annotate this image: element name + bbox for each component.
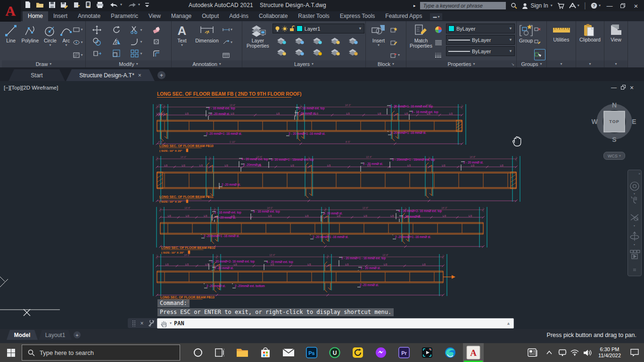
ribbon-tab-add-ins[interactable]: Add-ins [224,11,254,21]
taskbar-icon-photoshop[interactable]: Ps [301,343,322,362]
ribbon-tab-home[interactable]: Home [23,11,48,21]
explode-tool-button[interactable] [146,36,166,48]
file-tab-document[interactable]: Structure Design-A.T* × [66,69,155,81]
minimize-button[interactable]: — [605,2,614,9]
new-layout-button[interactable]: + [74,331,81,338]
taskbar-icon-messenger[interactable] [371,343,391,362]
layer-properties-button[interactable]: Layer Properties [243,23,272,49]
chevron-down-icon[interactable]: ▾ [378,43,380,47]
view-button[interactable]: View [609,23,624,42]
wifi-icon[interactable] [569,343,581,362]
help-icon[interactable]: ? ▾ [591,2,601,9]
drawing-close-button[interactable]: × [630,84,634,91]
navigation-bar[interactable]: × ▾▾▾ [627,170,642,276]
match-properties-button[interactable]: Match Properties [407,23,435,49]
wrench-icon[interactable] [148,320,155,327]
taskbar-icon-edge[interactable] [440,343,461,362]
cart-icon[interactable] [557,3,564,9]
close-tab-icon[interactable]: × [138,72,141,79]
text-tool-button[interactable]: A Text ▾ [173,23,191,47]
group-selection-button[interactable] [534,49,545,60]
erase-tool-button[interactable] [146,24,166,36]
layer-match-button[interactable] [344,46,362,58]
cortana-button[interactable] [188,343,208,362]
modify-panel-label[interactable]: Modify▾ [86,60,171,67]
utilities-panel-label[interactable]: ▾ [547,60,576,67]
view-panel-label[interactable]: ▾ [604,60,627,67]
circle-tool-button[interactable]: Circle ▾ [41,23,59,47]
linear-dimension-button[interactable]: ▾ [223,25,237,35]
drawing-canvas[interactable]: LONG SEC. OF FLOOR BEAM FB ( 2ND TO 9TH … [0,81,644,329]
layer-select[interactable]: Layer1 ▼ [272,24,364,33]
open-file-button[interactable] [36,1,44,8]
new-tab-button[interactable]: + [157,71,165,79]
taskbar-icon-mail[interactable] [278,343,299,362]
edit-block-button[interactable] [390,37,405,48]
taskbar-icon-driver-booster[interactable] [347,343,368,362]
layer-on-button[interactable] [272,46,290,58]
groups-panel-label[interactable]: Groups▾ [517,60,546,67]
table-button[interactable] [223,50,237,60]
autodesk-app-icon[interactable]: ▾ [569,3,579,8]
chevron-down-icon[interactable]: ▾ [170,321,172,325]
dimension-tool-button[interactable]: Dimension [191,23,223,43]
autocad-logo[interactable]: A [0,0,21,22]
ribbon-tab-view[interactable]: View [143,11,166,21]
drag-handle[interactable] [132,320,136,327]
close-command-icon[interactable]: × [140,320,143,327]
layer-walk-button[interactable] [344,35,362,46]
clipboard-panel-label[interactable]: ▾ [576,60,604,67]
taskbar-icon-microsoft-store[interactable] [255,343,276,362]
offset-tool-button[interactable] [146,48,166,59]
trim-tool-button[interactable]: ▾ [126,24,146,36]
mirror-tool-button[interactable] [107,36,126,48]
lineweight-button[interactable] [435,50,446,60]
chevron-down-icon[interactable]: ▾ [138,3,140,7]
polyline-tool-button[interactable]: Polyline [19,23,41,43]
command-expand-icon[interactable]: ▲ [506,321,511,326]
layers-panel-label[interactable]: Layers▾ [242,60,365,67]
taskbar-icon-premiere-pro[interactable]: Pr [394,343,414,362]
undo-button[interactable]: ▾ [109,2,122,8]
block-panel-label[interactable]: Block▾ [366,60,406,67]
taskbar-search-input[interactable]: Type here to search [22,345,180,361]
layer-freeze-button[interactable] [308,35,326,46]
layout1-tab[interactable]: Layout1 [39,330,72,340]
utilities-button[interactable]: Utilities [552,23,571,42]
task-view-button[interactable] [209,343,230,362]
ribbon-tab-output[interactable]: Output [197,11,224,21]
fillet-tool-button[interactable]: ▾ [126,36,146,48]
taskbar-clock[interactable]: 6:30 PM 11/4/2022 [594,346,625,359]
line-tool-button[interactable]: Line [3,23,19,43]
dialog-launcher-icon[interactable]: ↘ [511,62,514,66]
scale-tool-button[interactable] [107,48,126,59]
ribbon-tab-express-tools[interactable]: Express Tools [335,11,380,21]
ribbon-tab-featured-apps[interactable]: Featured Apps [380,11,427,21]
copy-tool-button[interactable] [87,36,107,48]
group-button[interactable]: Group [518,23,534,43]
sign-in-button[interactable]: Sign In ▾ [522,2,552,9]
clipboard-button[interactable]: Clipboard [579,23,601,42]
viewcube[interactable]: N W E S TOP [587,94,642,149]
insert-block-button[interactable]: Insert ▾ [367,23,390,47]
ribbon-tab-insert[interactable]: Insert [48,11,73,21]
volume-icon[interactable] [581,343,594,362]
layer-lock-button[interactable] [326,35,344,46]
group-edit-button[interactable] [534,37,545,47]
layer-off-button[interactable] [272,35,290,46]
chevron-down-icon[interactable]: ▾ [49,43,51,47]
chevron-down-icon[interactable]: ▾ [181,43,183,47]
share-button[interactable] [85,1,91,8]
drawing-minimize-button[interactable]: — [611,84,617,91]
viewport-controls[interactable]: [−][Top][2D Wireframe] [4,85,58,90]
rotate-tool-button[interactable] [107,24,126,36]
wireless-display-icon[interactable] [556,343,569,362]
leader-button[interactable]: ▾ [223,37,237,48]
news-widget-button[interactable] [523,343,542,362]
wcs-selector[interactable]: WCS▾ [603,152,625,160]
ribbon-more-button[interactable]: ▬▾ [430,13,442,20]
chevron-down-icon[interactable]: ▾ [120,3,122,7]
hatch-tool-button[interactable]: ▾ [73,50,84,60]
ellipse-tool-button[interactable]: ▾ [73,37,84,48]
ribbon-tab-parametric[interactable]: Parametric [106,11,143,21]
